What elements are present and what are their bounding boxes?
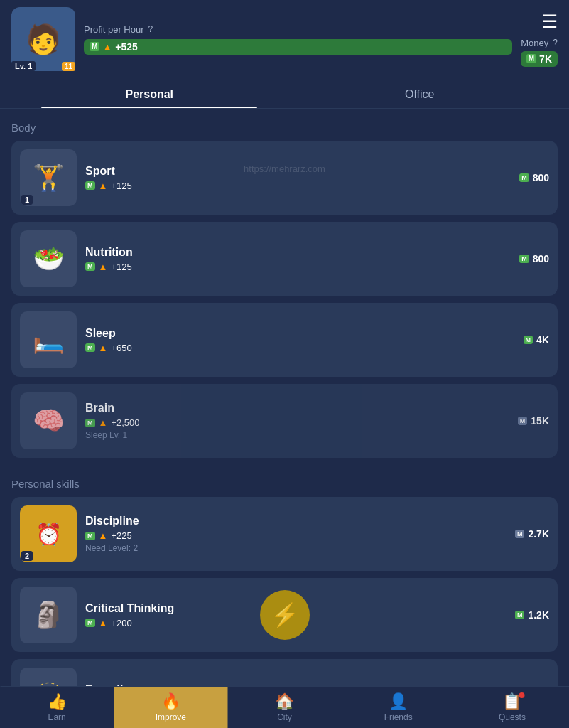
critical-thinking-profit-value: +200 xyxy=(111,618,131,628)
section-skills-label: Personal skills xyxy=(11,465,558,497)
money-label: Money xyxy=(521,38,548,48)
header-stats: Profit per Hour ? M ▲ +525 xyxy=(84,24,512,55)
discipline-sub-label: Need Level: 2 xyxy=(85,543,506,553)
card-sport[interactable]: 🏋️ 1 Sport M ▲ +125 M 800 xyxy=(11,141,558,215)
card-sleep-profit: M ▲ +650 xyxy=(85,343,515,353)
section-body-label: Body xyxy=(11,109,558,141)
nutrition-cost-value: 800 xyxy=(533,253,549,264)
sport-level-badge: 1 xyxy=(21,195,33,205)
discipline-cost-value: 2.7K xyxy=(528,528,549,540)
card-nutrition-info: Nutrition M ▲ +125 xyxy=(77,246,519,272)
nav-city[interactable]: 🏠 City xyxy=(227,687,341,728)
card-critical-thinking[interactable]: 🗿 ⚡ Critical Thinking M ▲ +200 M 1.2K xyxy=(11,578,558,652)
sleep-profit-arrow: ▲ xyxy=(99,343,108,353)
nutrition-profit-m-icon: M xyxy=(85,262,95,271)
quests-label: Quests xyxy=(499,712,526,722)
sleep-profit-value: +650 xyxy=(111,343,131,353)
critical-thinking-cost-m-icon: M xyxy=(515,611,525,619)
discipline-profit-value: +225 xyxy=(111,530,131,541)
nav-improve[interactable]: 🔥 Improve xyxy=(114,687,227,728)
discipline-level-badge: 2 xyxy=(21,551,33,561)
card-brain-info: Brain M ▲ +2,500 Sleep Lv. 1 xyxy=(77,402,518,440)
profit-help-icon[interactable]: ? xyxy=(148,24,153,34)
avatar-container[interactable]: 🧑 Lv. 1 11 xyxy=(11,7,75,71)
card-discipline[interactable]: ⏰ 2 Discipline M ▲ +225 Need Level: 2 M … xyxy=(11,497,558,571)
main-content: Body 🏋️ 1 Sport M ▲ +125 M 800 🥗 xyxy=(0,109,569,728)
card-nutrition-cost: M 800 xyxy=(519,253,549,264)
tab-personal[interactable]: Personal xyxy=(14,78,285,108)
card-discipline-image: ⏰ 2 xyxy=(20,505,77,562)
brain-profit-arrow: ▲ xyxy=(99,417,108,428)
card-sleep[interactable]: 🛏️ Sleep M ▲ +650 M 4K xyxy=(11,303,558,377)
card-sport-image: 🏋️ 1 xyxy=(20,149,77,206)
card-sport-cost: M 800 xyxy=(519,172,549,183)
card-sleep-image: 🛏️ xyxy=(20,311,77,368)
money-help-icon[interactable]: ? xyxy=(553,38,558,48)
card-sleep-title: Sleep xyxy=(85,327,515,340)
card-brain[interactable]: 🧠 Brain M ▲ +2,500 Sleep Lv. 1 M 15K xyxy=(11,384,558,458)
nav-friends[interactable]: 👤 Friends xyxy=(342,687,455,728)
money-value: 7K xyxy=(539,53,552,65)
quests-icon: 📋 xyxy=(502,694,521,710)
card-discipline-info: Discipline M ▲ +225 Need Level: 2 xyxy=(77,515,515,553)
profit-m-icon: M xyxy=(90,42,99,51)
sleep-cost-value: 4K xyxy=(536,334,549,346)
tabs: Personal Office xyxy=(0,78,569,109)
improve-icon: 🔥 xyxy=(161,694,180,710)
card-critical-thinking-cost: M 1.2K xyxy=(515,609,549,621)
money-row: Money ? xyxy=(521,38,558,48)
hamburger-icon[interactable]: ☰ xyxy=(541,12,558,31)
sport-cost-m-icon: M xyxy=(519,173,529,182)
money-section: Money ? M 7K xyxy=(521,38,558,67)
sport-cost-value: 800 xyxy=(533,172,549,183)
tab-office[interactable]: Office xyxy=(285,78,556,108)
friends-icon: 👤 xyxy=(389,694,408,710)
card-discipline-cost: M 2.7K xyxy=(515,528,549,540)
card-sleep-info: Sleep M ▲ +650 xyxy=(77,327,524,353)
nav-quests[interactable]: 📋 Quests xyxy=(455,687,569,728)
header: 🧑 Lv. 1 11 Profit per Hour ? M ▲ +525 ☰ … xyxy=(0,0,569,78)
card-sleep-cost: M 4K xyxy=(524,334,549,346)
sport-profit-value: +125 xyxy=(111,181,131,191)
header-right: ☰ Money ? M 7K xyxy=(521,12,558,67)
critical-thinking-profit-arrow: ▲ xyxy=(99,618,108,628)
avatar-badge: 11 xyxy=(62,62,75,71)
card-brain-image: 🧠 xyxy=(20,392,77,449)
nav-earn[interactable]: 👍 Earn xyxy=(0,687,114,728)
card-nutrition-image: 🥗 xyxy=(20,230,77,287)
improve-label: Improve xyxy=(156,712,186,722)
profit-label: Profit per Hour xyxy=(84,24,144,35)
discipline-cost-m-icon: M xyxy=(515,530,525,538)
card-discipline-title: Discipline xyxy=(85,515,506,528)
money-badge: M 7K xyxy=(521,51,558,67)
card-nutrition-title: Nutrition xyxy=(85,246,511,259)
card-discipline-profit: M ▲ +225 xyxy=(85,530,506,541)
nutrition-cost-m-icon: M xyxy=(519,255,529,263)
profit-row: Profit per Hour ? xyxy=(84,24,512,35)
nutrition-profit-value: +125 xyxy=(111,262,131,272)
app-container: 🧑 Lv. 1 11 Profit per Hour ? M ▲ +525 ☰ … xyxy=(0,0,569,728)
discipline-profit-arrow: ▲ xyxy=(99,530,108,541)
profit-value: +525 xyxy=(115,41,138,53)
sleep-cost-m-icon: M xyxy=(524,336,533,344)
brain-cost-value: 15K xyxy=(531,415,549,427)
brain-cost-m-icon: M xyxy=(518,417,528,425)
friends-label: Friends xyxy=(384,712,413,722)
city-label: City xyxy=(277,712,292,722)
nutrition-profit-arrow: ▲ xyxy=(99,262,108,272)
city-icon: 🏠 xyxy=(275,694,294,710)
critical-thinking-profit-m-icon: M xyxy=(85,619,95,627)
card-nutrition[interactable]: 🥗 Nutrition M ▲ +125 M 800 xyxy=(11,222,558,296)
brain-profit-value: +2,500 xyxy=(111,417,139,428)
discipline-profit-m-icon: M xyxy=(85,532,95,540)
profit-badge: M ▲ +525 xyxy=(84,39,512,55)
card-brain-cost: M 15K xyxy=(518,415,549,427)
brain-sub-label: Sleep Lv. 1 xyxy=(85,430,509,440)
card-sport-title: Sport xyxy=(85,165,511,178)
card-brain-title: Brain xyxy=(85,402,509,414)
earn-label: Earn xyxy=(48,712,65,722)
card-sport-profit: M ▲ +125 xyxy=(85,181,511,191)
earn-icon: 👍 xyxy=(48,694,67,710)
card-sport-info: Sport M ▲ +125 xyxy=(77,165,519,191)
brain-profit-m-icon: M xyxy=(85,419,95,427)
